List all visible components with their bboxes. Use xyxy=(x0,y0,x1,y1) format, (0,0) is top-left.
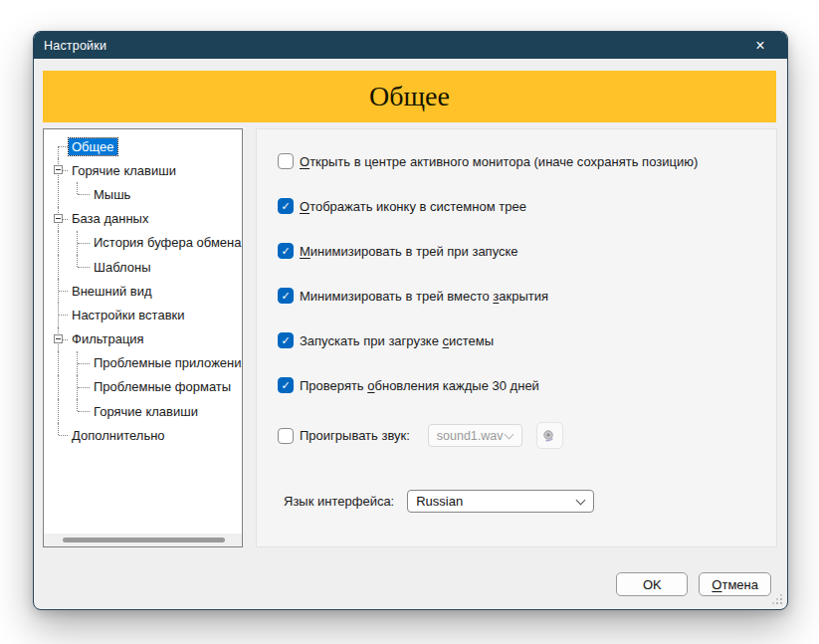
tree-item[interactable]: Мышь xyxy=(50,182,242,206)
cancel-button[interactable]: Отмена xyxy=(699,572,771,596)
tree-connector xyxy=(50,279,69,303)
tree-item-label[interactable]: Общее xyxy=(69,138,117,155)
settings-tree: ОбщееГорячие клавишиМышьБаза данныхИстор… xyxy=(43,128,243,547)
window-title: Настройки xyxy=(44,39,106,53)
tree-connector xyxy=(50,399,69,423)
checkbox[interactable]: ✓ xyxy=(278,243,294,259)
tree-connector xyxy=(69,351,91,375)
tree-item-label[interactable]: Горячие клавиши xyxy=(69,162,179,179)
chevron-down-icon xyxy=(504,429,513,439)
tree-item[interactable]: Общее xyxy=(50,134,242,158)
tree-item-label[interactable]: Проблемные форматы xyxy=(91,378,234,395)
scrollbar-thumb[interactable] xyxy=(63,537,225,542)
tree-item-label[interactable]: Дополнительно xyxy=(69,427,168,444)
tree-item[interactable]: Дополнительно xyxy=(50,423,242,447)
tree-item-label[interactable]: База данных xyxy=(69,210,151,227)
tree-item-label[interactable]: Шаблоны xyxy=(91,259,154,276)
dialog-footer: OKОтмена xyxy=(616,572,771,596)
checkbox-row: ✓Проверять обновления каждые 30 дней xyxy=(278,377,756,393)
horizontal-scrollbar[interactable] xyxy=(44,534,242,546)
checkbox-row: ✓Минимизировать в трей вместо закрытия xyxy=(278,288,756,304)
page-title: Общее xyxy=(369,81,450,112)
checkbox-row: ✓Минимизировать в трей при запуске xyxy=(278,243,756,259)
tree-connector xyxy=(50,158,69,182)
checkbox[interactable]: ✓ xyxy=(278,198,294,214)
tree-item-label[interactable]: Настройки вставки xyxy=(69,307,188,323)
tree-item-label[interactable]: Проблемные приложения xyxy=(91,354,243,371)
checkbox[interactable] xyxy=(278,153,294,169)
play-sound-label[interactable]: Проигрывать звук: xyxy=(300,428,410,443)
sound-file-select[interactable]: sound1.wav xyxy=(428,424,522,447)
language-label: Язык интерфейса: xyxy=(284,494,394,509)
settings-window: Настройки × Общее ОбщееГорячие клавишиМы… xyxy=(33,31,788,610)
language-value: Russian xyxy=(416,494,463,509)
tree-connector xyxy=(69,399,91,423)
tree-item[interactable]: Шаблоны xyxy=(50,255,242,279)
tree-item[interactable]: Фильтрация xyxy=(50,327,242,351)
play-sound-row: Проигрывать звук: sound1.wav xyxy=(278,422,756,449)
checkbox[interactable]: ✓ xyxy=(278,288,294,304)
tree-connector xyxy=(50,134,69,158)
titlebar: Настройки × xyxy=(34,32,787,59)
checkbox-label[interactable]: Открыть в центре активного монитора (ина… xyxy=(300,154,698,169)
tree-connector xyxy=(69,255,91,279)
close-icon[interactable]: × xyxy=(743,32,777,59)
tree-item[interactable]: История буфера обмена xyxy=(50,231,242,255)
general-settings-panel: Открыть в центре активного монитора (ина… xyxy=(256,128,777,547)
tree-connector xyxy=(69,375,91,399)
checkbox[interactable]: ✓ xyxy=(278,332,294,348)
checkbox-list: Открыть в центре активного монитора (ина… xyxy=(278,153,756,393)
checkbox-row: ✓Отображать иконку в системном трее xyxy=(278,198,756,214)
checkbox-label[interactable]: Минимизировать в трей при запуске xyxy=(300,244,518,259)
tree-connector xyxy=(50,231,69,255)
tree-connector xyxy=(50,207,69,231)
tree-connector xyxy=(69,182,91,206)
tree-connector xyxy=(50,423,69,447)
play-sound-button[interactable] xyxy=(536,422,563,449)
checkbox-label[interactable]: Проверять обновления каждые 30 дней xyxy=(300,378,539,393)
tree-connector xyxy=(69,231,91,255)
checkbox-label[interactable]: Отображать иконку в системном трее xyxy=(300,199,526,214)
tree-item[interactable]: Проблемные форматы xyxy=(50,375,242,399)
checkbox-row: Открыть в центре активного монитора (ина… xyxy=(278,153,756,169)
tree-connector xyxy=(50,327,69,351)
tree-collapse-icon[interactable] xyxy=(54,334,63,343)
tree-collapse-icon[interactable] xyxy=(54,214,63,223)
tree-item-label[interactable]: Внешний вид xyxy=(69,283,155,300)
tree-item[interactable]: Горячие клавиши xyxy=(50,399,242,423)
tree-item[interactable]: Горячие клавиши xyxy=(50,158,242,182)
tree-connector xyxy=(50,255,69,279)
checkbox-label[interactable]: Запускать при загрузке системы xyxy=(300,333,494,348)
tree-connector xyxy=(50,303,69,326)
tree-item-label[interactable]: Горячие клавиши xyxy=(91,403,201,420)
language-row: Язык интерфейса: Russian xyxy=(278,490,756,513)
tree-connector xyxy=(50,375,69,399)
tree-item[interactable]: Настройки вставки xyxy=(50,303,242,326)
tree-item-label[interactable]: Фильтрация xyxy=(69,330,147,347)
tree-connector xyxy=(50,351,69,375)
checkbox-label[interactable]: Минимизировать в трей вместо закрытия xyxy=(300,289,548,304)
chevron-down-icon xyxy=(576,495,586,505)
sound-file-value: sound1.wav xyxy=(437,429,504,443)
tree-item[interactable]: Проблемные приложения xyxy=(50,351,242,375)
tree-collapse-icon[interactable] xyxy=(54,165,63,174)
checkbox[interactable]: ✓ xyxy=(278,377,294,393)
tree-item-label[interactable]: История буфера обмена xyxy=(91,234,243,251)
tree-item-label[interactable]: Мышь xyxy=(91,186,133,203)
resize-grip-icon[interactable] xyxy=(771,593,783,605)
page-header: Общее xyxy=(43,71,776,122)
speaker-icon xyxy=(541,428,557,444)
language-select[interactable]: Russian xyxy=(407,490,594,513)
tree-item[interactable]: База данных xyxy=(50,207,242,231)
ok-button[interactable]: OK xyxy=(616,572,688,596)
checkbox-row: ✓Запускать при загрузке системы xyxy=(278,332,756,348)
play-sound-checkbox[interactable] xyxy=(278,428,294,444)
tree-connector xyxy=(50,182,69,206)
tree-item[interactable]: Внешний вид xyxy=(50,279,242,303)
